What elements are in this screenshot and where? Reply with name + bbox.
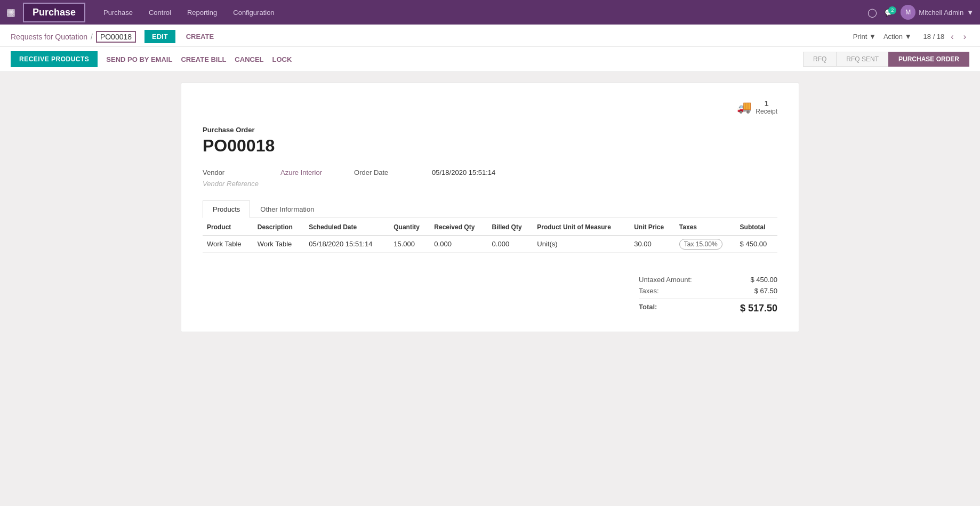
col-received-qty: Received Qty	[430, 218, 487, 236]
tab-products[interactable]: Products	[203, 200, 250, 218]
cell-description: Work Table	[253, 236, 304, 253]
doc-type-label: Purchase Order	[203, 126, 777, 134]
main-content: 🚚 1 Receipt Purchase Order PO00018 Vendo…	[0, 72, 980, 343]
col-unit-of-measure: Product Unit of Measure	[533, 218, 630, 236]
pipeline-rfq[interactable]: RFQ	[803, 52, 837, 67]
tax-badge: Tax 15.00%	[679, 239, 722, 250]
clock-icon[interactable]: ◯	[867, 7, 877, 18]
order-date-field: Order Date 05/18/2020 15:51:14	[354, 168, 495, 176]
vendor-reference-placeholder[interactable]: Vendor Reference	[203, 180, 259, 188]
cell-quantity: 15.000	[389, 236, 430, 253]
create-bill-button[interactable]: CREATE BILL	[181, 53, 226, 66]
breadcrumb-separator: /	[91, 33, 93, 41]
cell-unit-of-measure: Unit(s)	[533, 236, 630, 253]
totals-table: Untaxed Amount: $ 450.00 Taxes: $ 67.50 …	[639, 274, 777, 316]
user-name: Mitchell Admin	[919, 9, 963, 17]
col-product: Product	[203, 218, 253, 236]
nav-right: ◯ 💬 2 M Mitchell Admin ▼	[867, 5, 974, 20]
nav-control[interactable]: Control	[141, 3, 179, 22]
document-card: 🚚 1 Receipt Purchase Order PO00018 Vendo…	[181, 83, 799, 332]
col-description: Description	[253, 218, 304, 236]
next-page[interactable]: ›	[960, 31, 969, 43]
brand-logo[interactable]: Purchase	[23, 3, 85, 22]
receipt-button[interactable]: 🚚 1 Receipt	[737, 99, 777, 115]
totals-section: Untaxed Amount: $ 450.00 Taxes: $ 67.50 …	[203, 274, 777, 316]
breadcrumb-actions: EDIT CREATE	[144, 30, 219, 43]
truck-icon: 🚚	[737, 100, 751, 114]
create-button[interactable]: CREATE	[181, 30, 219, 43]
totals-divider	[639, 299, 777, 299]
col-billed-qty: Billed Qty	[488, 218, 533, 236]
vendor-field: Vendor Azure Interior	[203, 168, 322, 176]
form-fields: Vendor Azure Interior Vendor Reference O…	[203, 168, 777, 188]
receipt-count: 1	[756, 99, 777, 108]
total-value: $ 517.50	[735, 303, 777, 314]
page-navigation: Print ▼ Action ▼ 18 / 18 ‹ ›	[853, 31, 969, 43]
vendor-reference-field: Vendor Reference	[203, 180, 322, 188]
receive-products-button[interactable]: RECEIVE PRODUCTS	[11, 51, 98, 67]
tabs: Products Other Information	[203, 200, 777, 218]
cell-subtotal: $ 450.00	[736, 236, 777, 253]
lock-button[interactable]: LOCK	[272, 53, 292, 66]
action-dropdown[interactable]: Action ▼	[883, 33, 912, 41]
send-po-by-email-button[interactable]: SEND PO BY EMAIL	[106, 53, 172, 66]
col-quantity: Quantity	[389, 218, 430, 236]
chat-badge-count: 2	[888, 6, 896, 14]
chat-icon[interactable]: 💬 2	[885, 9, 893, 17]
nav-purchase[interactable]: Purchase	[96, 3, 140, 22]
cell-billed-qty: 0.000	[488, 236, 533, 253]
order-date-label: Order Date	[354, 168, 423, 176]
apps-icon[interactable]: ▩	[6, 6, 15, 18]
cancel-button[interactable]: CANCEL	[235, 53, 263, 66]
action-bar: RECEIVE PRODUCTS SEND PO BY EMAIL CREATE…	[0, 47, 980, 72]
products-table: Product Description Scheduled Date Quant…	[203, 218, 777, 253]
table-row[interactable]: Work Table Work Table 05/18/2020 15:51:1…	[203, 236, 777, 253]
pipeline-container: RFQ RFQ SENT PURCHASE ORDER	[803, 52, 969, 67]
receipt-badge-container: 🚚 1 Receipt	[203, 99, 777, 115]
edit-button[interactable]: EDIT	[144, 30, 175, 43]
page-info: 18 / 18	[923, 33, 945, 41]
vendor-value[interactable]: Azure Interior	[280, 168, 322, 176]
col-subtotal: Subtotal	[736, 218, 777, 236]
pipeline-rfq-sent[interactable]: RFQ SENT	[836, 52, 889, 67]
breadcrumb-parent[interactable]: Requests for Quotation	[11, 33, 87, 41]
user-dropdown-icon: ▼	[967, 9, 974, 17]
col-unit-price: Unit Price	[630, 218, 675, 236]
untaxed-value: $ 450.00	[735, 276, 777, 284]
receipt-label: Receipt	[756, 108, 777, 115]
taxes-label: Taxes:	[639, 287, 659, 295]
col-scheduled-date: Scheduled Date	[304, 218, 389, 236]
cell-product: Work Table	[203, 236, 253, 253]
vendor-label: Vendor	[203, 168, 272, 176]
cell-unit-price: 30.00	[630, 236, 675, 253]
order-date-value: 05/18/2020 15:51:14	[432, 168, 495, 176]
avatar: M	[901, 5, 915, 20]
nav-reporting[interactable]: Reporting	[180, 3, 224, 22]
doc-number: PO00018	[203, 136, 777, 156]
breadcrumb-current: PO00018	[96, 31, 136, 43]
nav-configuration[interactable]: Configuration	[226, 3, 282, 22]
prev-page[interactable]: ‹	[947, 31, 957, 43]
user-menu[interactable]: M Mitchell Admin ▼	[901, 5, 974, 20]
breadcrumb-row: Requests for Quotation / PO00018 EDIT CR…	[0, 25, 980, 47]
cell-received-qty: 0.000	[430, 236, 487, 253]
cell-scheduled-date: 05/18/2020 15:51:14	[304, 236, 389, 253]
untaxed-label: Untaxed Amount:	[639, 276, 692, 284]
pipeline: RFQ RFQ SENT PURCHASE ORDER	[803, 52, 969, 67]
tab-other-information[interactable]: Other Information	[250, 200, 324, 218]
cell-taxes: Tax 15.00%	[675, 236, 736, 253]
total-row: Total: $ 517.50	[639, 301, 777, 316]
top-navigation: ▩ Purchase Purchase Control Reporting Co…	[0, 0, 980, 25]
col-taxes: Taxes	[675, 218, 736, 236]
taxes-row: Taxes: $ 67.50	[639, 285, 777, 296]
total-label: Total:	[639, 303, 657, 314]
breadcrumb: Requests for Quotation / PO00018	[11, 31, 136, 43]
nav-links: Purchase Control Reporting Configuration	[96, 3, 867, 22]
taxes-value: $ 67.50	[735, 287, 777, 295]
untaxed-row: Untaxed Amount: $ 450.00	[639, 274, 777, 285]
print-dropdown[interactable]: Print ▼	[853, 33, 876, 41]
pipeline-purchase-order[interactable]: PURCHASE ORDER	[888, 52, 969, 67]
